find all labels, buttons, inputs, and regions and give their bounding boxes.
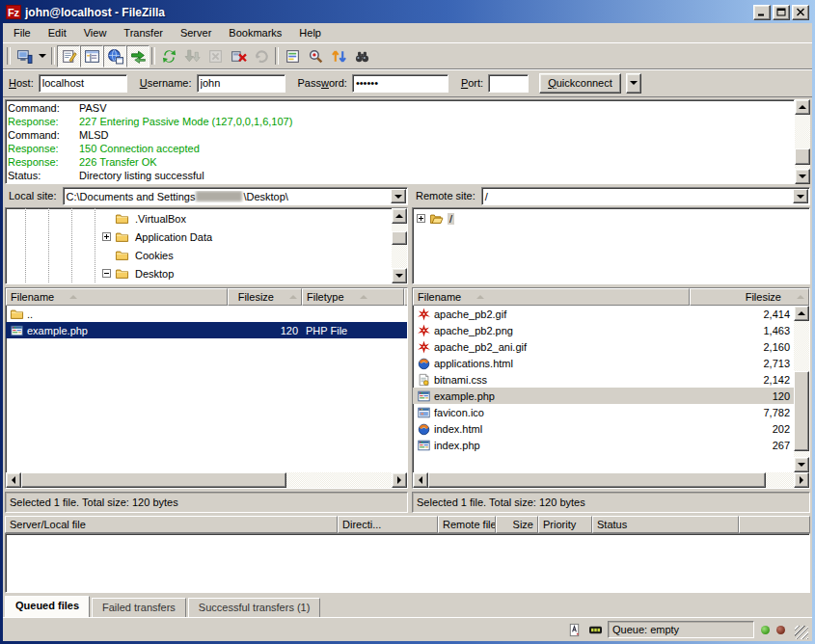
resize-grip[interactable] [795,626,808,639]
scroll-right-icon[interactable] [392,472,407,488]
file-row[interactable]: apache_pb2_ani.gif 2,160 [413,338,794,355]
scroll-down-icon[interactable] [794,457,809,472]
quickconnect-button[interactable]: Quickconnect [539,73,621,94]
status-bar: Queue: empty [3,617,812,641]
remote-list-hscrollbar[interactable] [413,472,809,488]
file-row[interactable]: index.php 267 [413,437,794,453]
menu-item[interactable]: Server [172,25,220,41]
port-input[interactable] [488,74,529,93]
remote-tree-toggle-icon[interactable] [103,45,126,67]
file-row[interactable]: bitnami.css 2,142 [413,371,794,388]
column-header[interactable]: Server/Local file [5,516,338,533]
column-header[interactable]: Filename [6,288,228,306]
app-logo-icon: Fz [6,5,21,19]
title-bar[interactable]: Fz john@localhost - FileZilla [3,1,812,23]
menu-item[interactable]: Edit [40,25,75,41]
scrollbar-thumb[interactable] [428,472,766,488]
remote-status: Selected 1 file. Total size: 120 bytes [412,492,810,513]
tree-item[interactable]: Cookies [6,246,392,264]
local-tree-scrollbar[interactable] [392,208,407,283]
reconnect-icon[interactable] [250,45,273,67]
column-header[interactable]: Filesize [228,288,302,306]
queue-tab[interactable]: Successful transfers (1) [188,598,321,617]
host-input[interactable] [39,74,127,93]
site-manager-dropdown-icon[interactable] [36,45,49,67]
message-log-toggle-icon[interactable] [57,45,80,67]
column-header[interactable]: Status [592,516,739,533]
queue-tab[interactable]: Failed transfers [92,598,186,617]
column-header[interactable]: Filesize [690,288,809,306]
chevron-down-icon[interactable] [793,189,808,203]
scroll-down-icon[interactable] [392,268,407,283]
scroll-down-icon[interactable] [795,169,810,184]
file-row[interactable]: example.php 120 PHP File 1 [6,322,407,338]
tree-item[interactable]: Application Data [6,228,392,246]
column-header[interactable]: Directi... [338,516,438,533]
menu-item[interactable]: Transfer [115,25,172,41]
tree-item[interactable]: Desktop [6,264,392,282]
file-row[interactable]: apache_pb2.gif 2,414 [413,306,794,322]
close-button[interactable] [792,5,809,20]
queue-toggle-icon[interactable] [126,45,149,67]
scroll-up-icon[interactable] [794,306,809,321]
compare-directories-icon[interactable] [304,45,327,67]
chevron-down-icon[interactable] [391,189,406,203]
username-input[interactable] [197,74,285,93]
tree-item[interactable]: / [413,209,809,228]
file-row[interactable]: apache_pb2.png 1,463 [413,322,794,338]
password-input[interactable] [352,74,448,93]
toolbar-separator[interactable] [5,45,13,67]
queue-tab[interactable]: Queued files [5,596,90,617]
tree-expander[interactable] [102,232,111,241]
column-header[interactable]: Filetype [302,288,404,306]
tree-item[interactable]: .VirtualBox [6,209,392,228]
maximize-button[interactable] [773,5,790,20]
scroll-up-icon[interactable] [795,99,810,115]
column-header[interactable] [739,516,810,533]
cancel-operation-icon[interactable] [204,45,227,67]
file-row[interactable]: favicon.ico 7,782 [413,404,794,420]
tree-expander[interactable] [102,269,111,278]
scroll-up-icon[interactable] [392,208,407,224]
local-list-hscrollbar[interactable] [6,472,407,488]
local-tree-toggle-icon[interactable] [80,45,103,67]
menu-item[interactable]: File [5,25,40,41]
scroll-left-icon[interactable] [6,472,21,488]
toolbar-separator[interactable] [49,45,57,67]
file-row[interactable]: example.php 120 [413,388,794,404]
log-scrollbar[interactable] [795,99,810,184]
minimize-button[interactable] [753,5,771,20]
scroll-right-icon[interactable] [794,472,809,488]
tree-expander[interactable] [417,214,425,223]
find-files-icon[interactable] [350,45,373,67]
quickconnect-dropdown[interactable] [626,73,641,94]
scrollbar-thumb[interactable] [392,231,407,245]
scrollbar-thumb[interactable] [794,371,809,451]
synchronized-browsing-icon[interactable] [327,45,350,67]
menu-item[interactable]: Help [290,25,330,41]
remote-site-combo[interactable]: / [481,187,810,205]
filter-icon[interactable] [281,45,304,67]
toolbar-separator[interactable] [273,45,281,67]
scrollbar-thumb[interactable] [21,472,286,488]
menu-item[interactable]: Bookmarks [220,25,290,41]
remote-list-vscrollbar[interactable] [794,306,809,472]
file-row[interactable]: applications.html 2,713 [413,355,794,371]
speedlimit-indicator-icon [586,623,604,637]
column-header[interactable]: Remote file [438,516,496,533]
scroll-left-icon[interactable] [413,472,428,488]
column-header[interactable]: Filename [413,288,690,306]
queue-body[interactable] [5,533,810,593]
scrollbar-thumb[interactable] [795,148,810,165]
refresh-icon[interactable] [157,45,180,67]
column-header[interactable]: Size [496,516,538,533]
menu-item[interactable]: View [75,25,116,41]
toolbar-separator[interactable] [149,45,157,67]
local-site-combo[interactable]: C:\Documents and Settings\Desktop\ [63,187,408,205]
file-row[interactable]: index.html 202 [413,420,794,437]
file-row[interactable]: .. [6,306,407,322]
column-header[interactable]: Priority [538,516,592,533]
site-manager-icon[interactable] [13,45,36,67]
disconnect-icon[interactable] [227,45,250,67]
process-queue-icon[interactable] [180,45,204,67]
